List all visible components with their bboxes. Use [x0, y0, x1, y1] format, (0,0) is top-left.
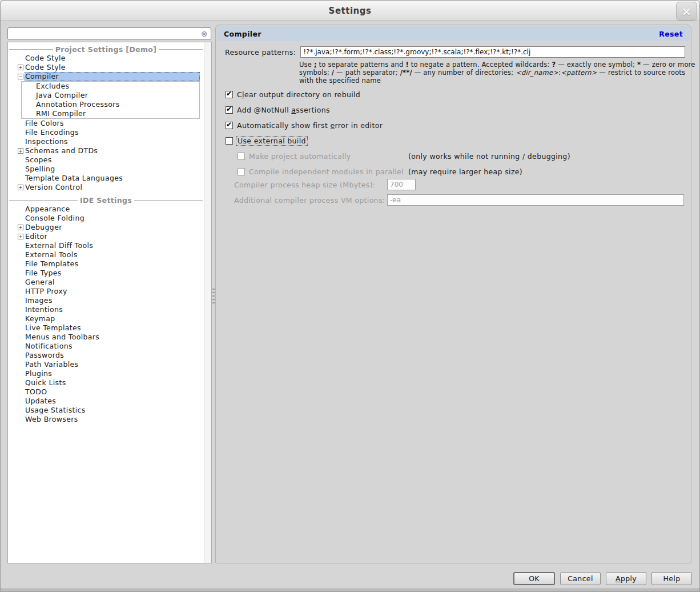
- tree-item-todo[interactable]: TODO: [8, 387, 204, 397]
- tree-item-live-templates[interactable]: Live Templates: [8, 323, 204, 333]
- tree-item-compiler[interactable]: − Compiler: [8, 72, 204, 81]
- tree-section-header-ide-settings: IDE Settings: [9, 195, 203, 205]
- tree-item-images[interactable]: Images: [8, 296, 204, 305]
- help-button[interactable]: Help: [651, 572, 692, 585]
- tree-item-http-proxy[interactable]: HTTP Proxy: [8, 287, 204, 296]
- heap-size-input: [387, 179, 416, 190]
- title-bar[interactable]: Settings ×: [1, 1, 699, 21]
- heap-size-label: Compiler process heap size (Mbytes):: [234, 181, 375, 189]
- tree-item-path-variables[interactable]: Path Variables: [8, 360, 204, 369]
- checkbox-unchecked-icon: [238, 153, 245, 160]
- checkbox-checked-icon[interactable]: ✔: [226, 106, 233, 114]
- tree-item-external-tools[interactable]: External Tools: [8, 250, 204, 259]
- reset-link[interactable]: Reset: [659, 30, 683, 38]
- vm-options-input: [387, 194, 684, 206]
- tree-content: Project Settings [Demo] Code Style + Cod…: [8, 42, 204, 424]
- tree-item-code-style[interactable]: Code Style: [8, 54, 204, 63]
- tree-item-updates[interactable]: Updates: [8, 397, 204, 406]
- dialog-button-bar: OK Cancel Apply Help: [513, 572, 692, 585]
- tree-item-editor[interactable]: + Editor: [8, 232, 204, 241]
- close-button[interactable]: ×: [676, 2, 697, 21]
- tree-item-file-colors[interactable]: File Colors: [8, 119, 204, 128]
- patterns-help-text: Use ; to separate patterns and ! to nega…: [299, 61, 685, 85]
- tree-item-java-compiler[interactable]: Java Compiler: [22, 91, 199, 100]
- tree-item-debugger[interactable]: + Debugger: [8, 223, 204, 232]
- tree-item-inspections[interactable]: Inspections: [8, 137, 204, 146]
- tree-item-plugins[interactable]: Plugins: [8, 369, 204, 378]
- tree-item-rmi-compiler[interactable]: RMI Compiler: [22, 109, 199, 118]
- tree-item-notifications[interactable]: Notifications: [8, 342, 204, 351]
- tree-item-version-control[interactable]: + Version Control: [8, 183, 204, 192]
- tree-item-annotation-processors[interactable]: Annotation Processors: [22, 100, 199, 109]
- cancel-button[interactable]: Cancel: [560, 572, 601, 585]
- tree-section-header-project-settings: Project Settings [Demo]: [9, 45, 203, 54]
- tree-scrollbar[interactable]: [204, 42, 211, 563]
- resource-patterns-label: Resource patterns:: [225, 48, 296, 57]
- expander-plus-icon[interactable]: +: [18, 234, 23, 239]
- make-project-hint: (only works while not running / debuggin…: [408, 152, 570, 161]
- compiler-children-group: Excludes Java Compiler Annotation Proces…: [21, 81, 200, 119]
- checkbox-clear-output-directory[interactable]: ✔ Clear output directory on rebuild: [226, 90, 691, 98]
- vm-options-row: Additional compiler process VM options:: [234, 194, 685, 206]
- clear-search-icon[interactable]: ⊗: [201, 29, 208, 38]
- tree-item-template-data-languages[interactable]: Template Data Languages: [8, 174, 204, 183]
- close-icon: ×: [682, 5, 691, 18]
- checkbox-checked-icon[interactable]: ✔: [226, 122, 233, 129]
- tree-item-menus-and-toolbars[interactable]: Menus and Toolbars: [8, 333, 204, 342]
- tree-item-quick-lists[interactable]: Quick Lists: [8, 378, 204, 387]
- tree-item-passwords[interactable]: Passwords: [8, 351, 204, 360]
- tree-item-file-types[interactable]: File Types: [8, 269, 204, 278]
- tree-item-spelling[interactable]: Spelling: [8, 165, 204, 174]
- resource-patterns-input[interactable]: [300, 46, 685, 58]
- checkbox-unchecked-icon[interactable]: [226, 137, 233, 145]
- apply-button[interactable]: Apply: [606, 572, 646, 585]
- tree-item-scopes[interactable]: Scopes: [8, 155, 204, 165]
- tree-item-excludes[interactable]: Excludes: [22, 82, 199, 91]
- checkbox-make-project-automatically: Make project automatically (only works w…: [238, 152, 691, 160]
- tree-item-file-templates[interactable]: File Templates: [8, 259, 204, 269]
- ok-button[interactable]: OK: [513, 572, 555, 585]
- tree-item-file-encodings[interactable]: File Encodings: [8, 128, 204, 137]
- expander-minus-icon[interactable]: −: [18, 74, 23, 79]
- tree-item-general[interactable]: General: [8, 278, 204, 287]
- checkbox-show-first-error[interactable]: ✔ Automatically show first error in edit…: [226, 121, 691, 129]
- focused-label: Use external build: [236, 136, 308, 146]
- checkbox-checked-icon[interactable]: ✔: [226, 91, 233, 98]
- tree-item-code-style-2[interactable]: + Code Style: [8, 63, 204, 72]
- checkbox-use-external-build[interactable]: Use external build: [226, 137, 691, 145]
- heap-size-row: Compiler process heap size (Mbytes):: [234, 179, 685, 190]
- parallel-hint: (may require larger heap size): [408, 167, 522, 176]
- tree-item-keymap[interactable]: Keymap: [8, 314, 204, 323]
- tree-item-schemas-and-dtds[interactable]: + Schemas and DTDs: [8, 146, 204, 155]
- checkbox-add-notnull-assertions[interactable]: ✔ Add @NotNull assertions: [226, 106, 691, 114]
- splitter-grip-icon[interactable]: [212, 289, 215, 305]
- search-box: ⊗: [7, 27, 211, 40]
- checkbox-compile-modules-in-parallel: Compile independent modules in parallel …: [238, 167, 691, 175]
- tree-item-intentions[interactable]: Intentions: [8, 305, 204, 314]
- tree-item-appearance[interactable]: Appearance: [8, 205, 204, 214]
- expander-plus-icon[interactable]: +: [18, 65, 23, 70]
- tree-item-external-diff-tools[interactable]: External Diff Tools: [8, 241, 204, 250]
- expander-plus-icon[interactable]: +: [18, 148, 23, 154]
- panel-header: Compiler Reset: [217, 26, 690, 41]
- resource-patterns-row: Resource patterns:: [225, 46, 685, 58]
- panel-title: Compiler: [224, 30, 262, 38]
- tree-item-web-browsers[interactable]: Web Browsers: [8, 415, 204, 424]
- expander-plus-icon[interactable]: +: [18, 185, 23, 190]
- expander-plus-icon[interactable]: +: [18, 225, 23, 230]
- vm-options-label: Additional compiler process VM options:: [234, 196, 385, 205]
- compiler-panel: Compiler Reset Resource patterns: Use ; …: [215, 25, 691, 563]
- window-resize-strip[interactable]: [1, 589, 699, 591]
- tree-item-console-folding[interactable]: Console Folding: [8, 214, 204, 223]
- checkbox-unchecked-icon: [238, 168, 245, 175]
- settings-dialog: Settings × ⊗ Project Settings [Demo] Cod…: [0, 0, 700, 592]
- dialog-title: Settings: [329, 6, 372, 16]
- search-input[interactable]: [10, 29, 199, 39]
- settings-tree: Project Settings [Demo] Code Style + Cod…: [7, 42, 212, 563]
- tree-item-usage-statistics[interactable]: Usage Statistics: [8, 406, 204, 415]
